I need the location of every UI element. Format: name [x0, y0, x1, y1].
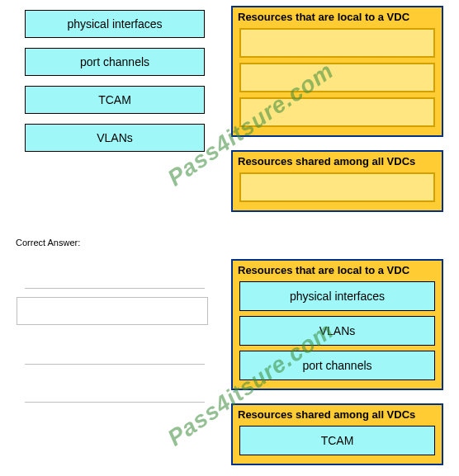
group-title-local: Resources that are local to a VDC — [236, 11, 438, 25]
source-option-tcam[interactable]: TCAM — [25, 86, 205, 114]
group-title-shared: Resources shared among all VDCs — [236, 408, 438, 422]
answer-item: TCAM — [239, 426, 435, 455]
drop-slot[interactable] — [239, 28, 435, 58]
drop-slot[interactable] — [239, 97, 435, 127]
source-option-vlans[interactable]: VLANs — [25, 124, 205, 152]
answer-target-local-vdc: Resources that are local to a VDC physic… — [231, 259, 443, 390]
empty-source-slot — [25, 288, 205, 289]
drop-target-shared-vdcs[interactable]: Resources shared among all VDCs — [231, 150, 443, 212]
answer-item: physical interfaces — [239, 281, 435, 311]
group-title-shared: Resources shared among all VDCs — [236, 155, 438, 169]
answer-target-shared-vdcs: Resources shared among all VDCs TCAM — [231, 403, 443, 465]
empty-source-slot — [17, 297, 208, 325]
answer-item: port channels — [239, 351, 435, 380]
correct-answer-label: Correct Answer: — [16, 238, 80, 247]
drop-slot[interactable] — [239, 172, 435, 202]
source-option-port-channels[interactable]: port channels — [25, 48, 205, 76]
answer-item: VLANs — [239, 316, 435, 346]
empty-source-slot — [25, 402, 205, 403]
group-title-local: Resources that are local to a VDC — [236, 264, 438, 278]
drop-slot[interactable] — [239, 63, 435, 92]
drop-target-local-vdc[interactable]: Resources that are local to a VDC — [231, 6, 443, 137]
empty-source-slot — [25, 364, 205, 365]
source-option-physical-interfaces[interactable]: physical interfaces — [25, 10, 205, 38]
